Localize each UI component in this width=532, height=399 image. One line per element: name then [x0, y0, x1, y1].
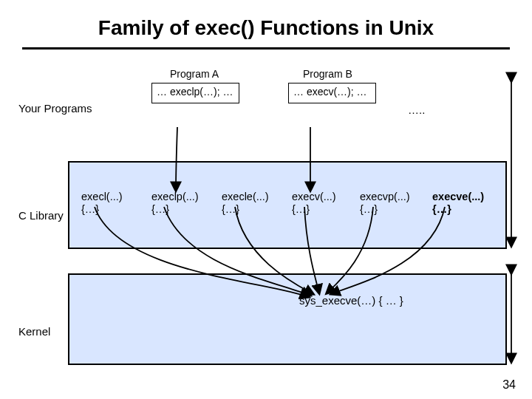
- func-execle: execle(...) {…}: [222, 191, 269, 216]
- page-number: 34: [502, 378, 516, 392]
- heading-program-a: Program A: [170, 68, 219, 80]
- box-program-b: … execv(…); …: [288, 83, 376, 103]
- label-your-programs: Your Programs: [18, 102, 92, 115]
- programs-ellipsis: …..: [408, 103, 425, 116]
- func-execve: execve(...) {…}: [432, 191, 484, 216]
- syscall-execve: sys_execve(…) { … }: [299, 293, 403, 308]
- label-c-library: C Library: [18, 209, 64, 222]
- func-execv: execv(...) {…}: [292, 191, 336, 216]
- label-kernel: Kernel: [18, 325, 50, 338]
- box-program-a: … execlp(…); …: [151, 83, 239, 103]
- box-kernel: [68, 273, 507, 365]
- func-execvp: execvp(...) {…}: [360, 191, 410, 216]
- func-execl: execl(...) {…}: [81, 191, 123, 216]
- func-execlp: execlp(...) {…}: [151, 191, 199, 216]
- heading-program-b: Program B: [303, 68, 352, 80]
